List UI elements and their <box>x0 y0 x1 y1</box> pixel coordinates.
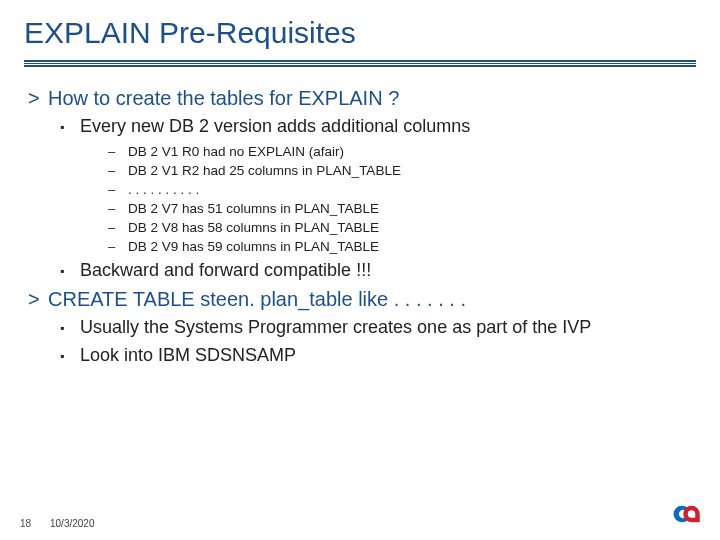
bullet-text: . . . . . . . . . . <box>128 182 692 197</box>
slide-title: EXPLAIN Pre-Requisites <box>0 0 720 60</box>
bullet-lvl3: –DB 2 V9 has 59 columns in PLAN_TABLE <box>108 239 692 254</box>
bullet-marker: ▪ <box>60 317 80 339</box>
bullet-text: Every new DB 2 version adds additional c… <box>80 116 692 137</box>
bullet-lvl3: –. . . . . . . . . . <box>108 182 692 197</box>
page-number: 18 <box>20 518 40 529</box>
bullet-marker: > <box>28 87 48 110</box>
slide-body: >How to create the tables for EXPLAIN ?▪… <box>0 67 720 367</box>
bullet-text: DB 2 V1 R0 had no EXPLAIN (afair) <box>128 144 692 159</box>
bullet-lvl3: –DB 2 V1 R0 had no EXPLAIN (afair) <box>108 144 692 159</box>
bullet-lvl1: >How to create the tables for EXPLAIN ? <box>28 87 692 110</box>
bullet-text: DB 2 V7 has 51 columns in PLAN_TABLE <box>128 201 692 216</box>
ca-logo-icon <box>672 502 702 526</box>
bullet-text: CREATE TABLE steen. plan_table like . . … <box>48 288 692 311</box>
slide: EXPLAIN Pre-Requisites >How to create th… <box>0 0 720 540</box>
bullet-lvl2: ▪Look into IBM SDSNSAMP <box>60 345 692 367</box>
bullet-text: Usually the Systems Programmer creates o… <box>80 317 692 338</box>
bullet-marker: – <box>108 239 128 254</box>
bullet-marker: – <box>108 163 128 178</box>
bullet-text: Backward and forward compatible !!! <box>80 260 692 281</box>
bullet-marker: – <box>108 144 128 159</box>
bullet-text: How to create the tables for EXPLAIN ? <box>48 87 692 110</box>
bullet-text: DB 2 V9 has 59 columns in PLAN_TABLE <box>128 239 692 254</box>
bullet-marker: ▪ <box>60 345 80 367</box>
bullet-lvl3: –DB 2 V8 has 58 columns in PLAN_TABLE <box>108 220 692 235</box>
bullet-lvl2: ▪Usually the Systems Programmer creates … <box>60 317 692 339</box>
bullet-marker: ▪ <box>60 116 80 138</box>
bullet-lvl3: –DB 2 V7 has 51 columns in PLAN_TABLE <box>108 201 692 216</box>
bullet-marker: – <box>108 220 128 235</box>
bullet-text: DB 2 V1 R2 had 25 columns in PLAN_TABLE <box>128 163 692 178</box>
bullet-marker: > <box>28 288 48 311</box>
slide-footer: 18 10/3/2020 <box>0 512 720 534</box>
bullet-lvl1: >CREATE TABLE steen. plan_table like . .… <box>28 288 692 311</box>
bullet-lvl3: –DB 2 V1 R2 had 25 columns in PLAN_TABLE <box>108 163 692 178</box>
footer-date: 10/3/2020 <box>50 518 95 529</box>
bullet-marker: – <box>108 201 128 216</box>
bullet-marker: ▪ <box>60 260 80 282</box>
bullet-lvl2: ▪Every new DB 2 version adds additional … <box>60 116 692 138</box>
bullet-marker: – <box>108 182 128 197</box>
bullet-text: DB 2 V8 has 58 columns in PLAN_TABLE <box>128 220 692 235</box>
bullet-text: Look into IBM SDSNSAMP <box>80 345 692 366</box>
bullet-lvl2: ▪Backward and forward compatible !!! <box>60 260 692 282</box>
title-divider <box>0 60 720 67</box>
